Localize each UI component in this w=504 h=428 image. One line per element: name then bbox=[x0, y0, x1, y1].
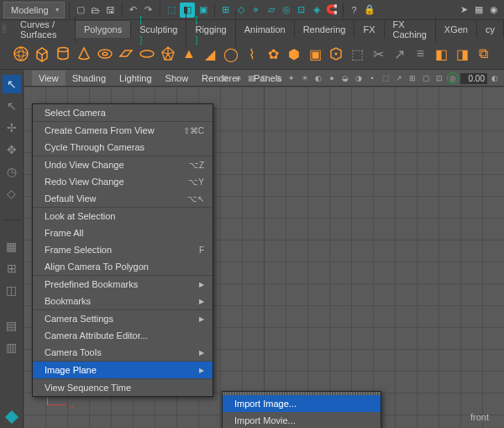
shelf-tab-polygons[interactable]: Polygons bbox=[76, 21, 131, 38]
poly-cylinder-icon[interactable] bbox=[54, 44, 71, 64]
save-scene-icon[interactable]: 🖫 bbox=[104, 3, 118, 17]
exposure-value[interactable]: 0.00 bbox=[460, 73, 487, 84]
snap-curve-icon[interactable]: ◇ bbox=[234, 3, 248, 17]
ipr-icon[interactable]: ◉ bbox=[487, 3, 501, 17]
layout-single-icon[interactable]: ▦ bbox=[3, 237, 21, 256]
shelf-tab-cy[interactable]: cy bbox=[477, 21, 504, 38]
cursor-icon[interactable]: ➤ bbox=[457, 3, 470, 17]
scale-tool-icon[interactable]: ◇ bbox=[3, 184, 21, 203]
poly-disc-icon[interactable] bbox=[138, 44, 155, 64]
panel-menu-view[interactable]: View bbox=[32, 71, 66, 86]
poly-platonic-icon[interactable] bbox=[159, 44, 176, 64]
menu-item[interactable]: Align Camera To Polygon bbox=[33, 258, 213, 275]
menu-item[interactable]: Look at Selection bbox=[33, 208, 213, 225]
menu-item[interactable]: Cycle Through Cameras bbox=[33, 139, 213, 156]
snap-view-icon[interactable]: ⊡ bbox=[295, 3, 308, 17]
bridge-icon[interactable]: ⧉ bbox=[475, 44, 492, 64]
extrude-icon[interactable]: ◧ bbox=[433, 44, 450, 64]
image-plane-submenu[interactable]: Import Image...Import Movie...Image Plan… bbox=[222, 391, 381, 428]
submenu-item[interactable]: Import Image... bbox=[223, 395, 381, 412]
layout-four-icon[interactable]: ⊞ bbox=[3, 259, 21, 277]
menu-item[interactable]: Predefined Bookmarks▶ bbox=[33, 276, 213, 293]
shading-icon[interactable]: ☀ bbox=[299, 72, 311, 84]
panel-menu-show[interactable]: Show bbox=[159, 71, 196, 86]
poly-sphere-icon[interactable] bbox=[12, 44, 29, 64]
open-scene-icon[interactable]: 🗁 bbox=[89, 3, 102, 17]
panel-menu-shading[interactable]: Shading bbox=[66, 71, 113, 86]
viewport[interactable]: front y x Select CameraCreate Camera Fro… bbox=[24, 87, 504, 428]
lock-icon[interactable]: 🔒 bbox=[363, 3, 376, 17]
shadows-icon[interactable]: • bbox=[366, 72, 378, 84]
target-weld-icon[interactable]: ↗ bbox=[391, 44, 408, 64]
snap-point-icon[interactable]: ⋄ bbox=[249, 3, 263, 17]
menu-item[interactable]: Default View⌥↖ bbox=[33, 190, 213, 207]
poly-cube-icon[interactable] bbox=[33, 44, 50, 64]
outliner-icon[interactable]: ▤ bbox=[3, 316, 21, 335]
textured-icon[interactable]: ◒ bbox=[339, 72, 351, 84]
select-tool-icon[interactable]: ↖ bbox=[3, 75, 21, 93]
shelf-tab-fx[interactable]: FX bbox=[354, 21, 384, 38]
help-icon[interactable]: ? bbox=[348, 3, 361, 17]
menu-item[interactable]: Create Camera From View⇧⌘C bbox=[33, 122, 213, 139]
menu-item[interactable]: Redo View Change⌥Y bbox=[33, 173, 213, 190]
poly-superellipse-icon[interactable]: ▣ bbox=[307, 44, 324, 64]
wireframe-icon[interactable]: ◐ bbox=[312, 72, 324, 84]
lasso-tool-icon[interactable]: ↖ bbox=[3, 97, 21, 115]
poly-plane-icon[interactable] bbox=[117, 44, 134, 64]
menu-item[interactable]: Image Plane▶ bbox=[33, 362, 213, 378]
shelf-tab-rigging[interactable]: [ Rigging ] bbox=[186, 11, 235, 48]
live-surface-icon[interactable]: ◈ bbox=[310, 3, 323, 17]
shelf-handle-icon[interactable]: ⠿⠿ bbox=[2, 27, 10, 61]
menu-item[interactable]: Camera Tools▶ bbox=[33, 344, 213, 361]
poly-soccer-icon[interactable]: ⬢ bbox=[286, 44, 303, 64]
film-back-icon[interactable]: ▢ bbox=[420, 72, 432, 84]
magnet-icon[interactable]: 🧲 bbox=[325, 3, 339, 17]
image-plane-icon[interactable]: ▦ bbox=[245, 72, 257, 84]
grid-toggle-icon[interactable]: ⊞ bbox=[407, 72, 418, 84]
poly-prism-icon[interactable]: ◢ bbox=[201, 44, 218, 64]
view-menu[interactable]: Select CameraCreate Camera From View⇧⌘CC… bbox=[32, 103, 213, 397]
poly-gear-icon[interactable]: ✿ bbox=[265, 44, 282, 64]
gamma-icon[interactable]: ◐ bbox=[489, 72, 501, 84]
exposure-icon[interactable]: ◎ bbox=[447, 72, 459, 84]
smooth-icon[interactable]: ● bbox=[326, 72, 338, 84]
film-gate-icon[interactable]: ⊡ bbox=[259, 72, 270, 84]
multi-cut-icon[interactable]: ✂ bbox=[370, 44, 387, 64]
rotate-tool-icon[interactable]: ◷ bbox=[3, 162, 21, 181]
bookmark-icon[interactable]: ◈ bbox=[232, 72, 244, 84]
isolate-icon[interactable]: ⬚ bbox=[380, 72, 391, 84]
safe-title-icon[interactable]: ⊡ bbox=[433, 72, 445, 84]
menu-item[interactable]: Bookmarks▶ bbox=[33, 293, 213, 309]
shelf-tab-fxcaching[interactable]: FX Caching bbox=[385, 16, 436, 43]
menu-item[interactable]: Frame All bbox=[33, 225, 213, 241]
snap-plane-icon[interactable]: ▱ bbox=[265, 3, 278, 17]
poly-pyramid-icon[interactable]: ▲ bbox=[180, 44, 197, 64]
shelf-tab-xgen[interactable]: XGen bbox=[436, 21, 477, 38]
camera-icon[interactable]: ▣ bbox=[218, 72, 230, 84]
new-scene-icon[interactable]: ▢ bbox=[74, 3, 87, 17]
bevel-icon[interactable]: ◨ bbox=[454, 44, 471, 64]
shelf-tab-curves[interactable]: Curves / Surfaces bbox=[12, 16, 76, 43]
menu-item[interactable]: Camera Settings▶ bbox=[33, 310, 213, 327]
menu-item[interactable]: View Sequence Time bbox=[33, 379, 213, 396]
poly-helix-icon[interactable]: ⌇ bbox=[244, 44, 261, 64]
menu-item[interactable]: Camera Attribute Editor... bbox=[33, 327, 213, 344]
menu-item[interactable]: Frame SelectionF bbox=[33, 241, 213, 258]
poly-type-icon[interactable] bbox=[328, 44, 345, 64]
poly-cone-icon[interactable] bbox=[75, 44, 92, 64]
poly-svg-icon[interactable]: ⬚ bbox=[349, 44, 366, 64]
panel-menu-lighting[interactable]: Lighting bbox=[113, 71, 159, 86]
poly-pipe-icon[interactable]: ◯ bbox=[222, 44, 239, 64]
paint-select-icon[interactable]: ✢ bbox=[3, 119, 21, 137]
menu-item[interactable]: Select Camera bbox=[33, 104, 213, 121]
snap-center-icon[interactable]: ◎ bbox=[280, 3, 293, 17]
workspace-dropdown[interactable]: Modeling bbox=[3, 2, 65, 18]
gate-mask-icon[interactable]: ✦ bbox=[286, 72, 297, 84]
lights-icon[interactable]: ◑ bbox=[353, 72, 365, 84]
resolution-icon[interactable]: ⧉ bbox=[272, 72, 284, 84]
shelf-tab-sculpting[interactable]: [ Sculpting ] bbox=[131, 11, 186, 48]
menu-item[interactable]: Undo View Change⌥Z bbox=[33, 156, 213, 173]
layout-two-icon[interactable]: ◫ bbox=[3, 281, 21, 299]
edit-edge-icon[interactable]: ≡ bbox=[412, 44, 429, 64]
poly-torus-icon[interactable] bbox=[96, 44, 113, 64]
